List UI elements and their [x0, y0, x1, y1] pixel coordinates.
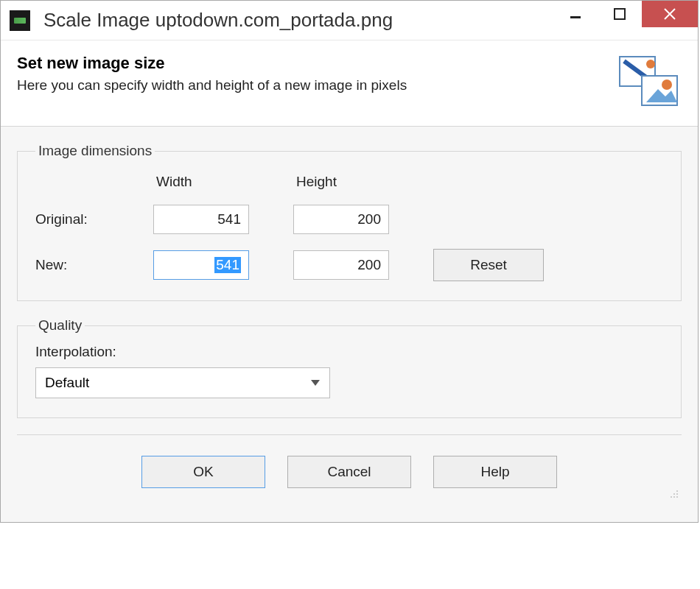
interpolation-selected-value: Default: [45, 375, 89, 391]
original-label: Original:: [35, 211, 131, 228]
svg-point-4: [646, 60, 655, 68]
app-icon: [10, 10, 30, 31]
minimize-button[interactable]: [553, 1, 598, 27]
cancel-button[interactable]: Cancel: [287, 456, 411, 488]
quality-legend: Quality: [35, 317, 85, 334]
image-dimensions-legend: Image dimensions: [35, 143, 155, 159]
svg-rect-1: [615, 9, 625, 19]
interpolation-label: Interpolation:: [35, 344, 663, 360]
close-button[interactable]: [642, 1, 698, 27]
new-label: New:: [35, 257, 131, 273]
svg-marker-8: [311, 380, 320, 386]
help-button[interactable]: Help: [433, 456, 557, 488]
height-column-header: Height: [293, 174, 411, 190]
dialog-window: Scale Image uptodown.com_portada.png Set…: [0, 0, 699, 523]
svg-point-9: [676, 490, 678, 492]
svg-point-13: [673, 496, 675, 498]
new-width-input[interactable]: 541: [153, 250, 249, 280]
svg-point-11: [676, 493, 678, 495]
reset-button[interactable]: Reset: [433, 249, 544, 281]
maximize-button[interactable]: [598, 1, 642, 27]
width-column-header: Width: [153, 174, 271, 190]
header-subtitle: Here you can specify width and height of…: [17, 77, 609, 94]
dialog-footer: OK Cancel Help: [17, 434, 682, 503]
image-dimensions-group: Image dimensions Width Height Original: …: [17, 143, 682, 301]
interpolation-select[interactable]: Default: [35, 367, 330, 398]
window-title: Scale Image uptodown.com_portada.png: [43, 9, 553, 32]
chevron-down-icon: [310, 376, 321, 389]
header-title: Set new image size: [17, 54, 609, 73]
dialog-body: Image dimensions Width Height Original: …: [1, 127, 698, 522]
titlebar[interactable]: Scale Image uptodown.com_portada.png: [1, 1, 698, 40]
svg-rect-0: [570, 16, 581, 18]
new-height-input[interactable]: 200: [293, 250, 389, 280]
original-height-field: 200: [293, 205, 389, 234]
svg-point-6: [662, 80, 672, 90]
header-panel: Set new image size Here you can specify …: [1, 40, 698, 127]
original-width-field: 541: [153, 205, 249, 234]
svg-point-14: [676, 496, 678, 498]
scale-image-icon: [617, 54, 682, 110]
svg-point-12: [671, 496, 672, 498]
window-controls: [553, 1, 698, 40]
quality-group: Quality Interpolation: Default: [17, 317, 682, 418]
resize-grip-icon[interactable]: [667, 488, 679, 500]
ok-button[interactable]: OK: [141, 456, 265, 488]
svg-point-10: [673, 493, 675, 495]
